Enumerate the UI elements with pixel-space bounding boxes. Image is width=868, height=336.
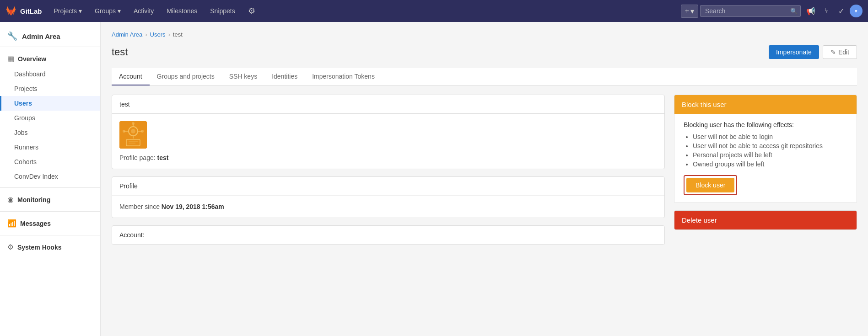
top-navigation: GitLab Projects ▾ Groups ▾ Activity Mile… <box>0 0 868 22</box>
sidebar-item-cohorts[interactable]: Cohorts <box>0 155 100 169</box>
nav-projects[interactable]: Projects ▾ <box>49 5 87 16</box>
sidebar-section-monitoring[interactable]: ◉ Monitoring <box>0 192 100 208</box>
sidebar-item-users[interactable]: Users <box>0 96 100 111</box>
sidebar: 🔧 Admin Area ▦ Overview Dashboard Projec… <box>0 22 101 336</box>
tab-groups-projects[interactable]: Groups and projects <box>150 68 222 85</box>
messages-label: Messages <box>20 220 51 227</box>
block-button-wrapper: Block user <box>684 175 737 195</box>
account-section-header: Account: <box>112 226 664 245</box>
nav-snippets[interactable]: Snippets <box>205 5 239 16</box>
edit-icon: ✎ <box>830 48 836 56</box>
broadcast-icon[interactable]: 📢 <box>803 5 819 17</box>
content-grid: test <box>112 95 857 252</box>
block-effect-4: Owned groups will be left <box>693 160 847 168</box>
overview-icon: ▦ <box>7 54 14 63</box>
main-layout: 🔧 Admin Area ▦ Overview Dashboard Projec… <box>0 22 868 336</box>
avatar-svg <box>119 121 147 149</box>
wrench-icon: 🔧 <box>7 31 17 41</box>
search-wrapper: 🔍 <box>700 5 801 17</box>
profile-page-label: Profile page: test <box>119 154 657 161</box>
nav-milestones[interactable]: Milestones <box>162 5 202 16</box>
merge-request-icon[interactable]: ⑂ <box>821 5 833 17</box>
svg-point-9 <box>132 122 135 125</box>
nav-wrench[interactable]: ⚙ <box>243 4 260 18</box>
profile-section-card: Profile Member since Nov 19, 2018 1:56am <box>112 176 665 218</box>
tab-impersonation-tokens[interactable]: Impersonation Tokens <box>305 68 382 85</box>
tab-identities[interactable]: Identities <box>264 68 305 85</box>
block-user-button[interactable]: Block user <box>686 178 734 192</box>
sidebar-item-projects[interactable]: Projects <box>0 81 100 96</box>
monitoring-icon: ◉ <box>7 195 14 204</box>
gitlab-logo-text: GitLab <box>20 7 42 15</box>
profile-section-body: Member since Nov 19, 2018 1:56am <box>112 196 664 218</box>
search-icon[interactable]: 🔍 <box>790 8 798 15</box>
user-card-body: Profile page: test <box>112 114 664 169</box>
sidebar-header: 🔧 Admin Area <box>0 26 100 47</box>
user-card-header: test <box>112 95 664 114</box>
breadcrumb: Admin Area › Users › test <box>112 31 857 38</box>
block-effect-3: Personal projects will be left <box>693 151 847 159</box>
sidebar-divider-1 <box>0 187 100 188</box>
sidebar-divider-3 <box>0 235 100 235</box>
right-column: Block this user Blocking user has the fo… <box>674 95 857 252</box>
block-effects-title: Blocking user has the following effects: <box>684 121 847 128</box>
block-user-panel: Block this user Blocking user has the fo… <box>674 95 857 203</box>
block-effects-list: User will not be able to login User will… <box>684 133 847 168</box>
block-card-body: Blocking user has the following effects:… <box>674 114 857 203</box>
issues-icon[interactable]: ✓ <box>835 5 848 17</box>
delete-user-panel: Delete user <box>674 210 857 230</box>
breadcrumb-users[interactable]: Users <box>150 31 166 38</box>
chevron-down-icon: ▾ <box>79 7 82 15</box>
chevron-down-icon: ▾ <box>118 7 121 15</box>
chevron-down-icon: ▾ <box>690 7 694 16</box>
block-effect-1: User will not be able to login <box>693 133 847 140</box>
sidebar-item-convdev[interactable]: ConvDev Index <box>0 169 100 184</box>
left-column: test <box>112 95 665 252</box>
tab-account[interactable]: Account <box>112 68 150 85</box>
breadcrumb-sep-1: › <box>145 31 147 38</box>
breadcrumb-current: test <box>173 31 183 38</box>
sidebar-item-groups[interactable]: Groups <box>0 111 100 125</box>
svg-point-2 <box>131 129 135 133</box>
user-avatar[interactable]: ▾ <box>850 5 863 17</box>
monitoring-label: Monitoring <box>17 196 50 203</box>
sidebar-section-overview[interactable]: ▦ Overview <box>0 51 100 67</box>
tabs: Account Groups and projects SSH keys Ide… <box>112 68 857 85</box>
top-nav-right: + ▾ 🔍 📢 ⑂ ✓ ▾ <box>681 5 863 18</box>
profile-section-header: Profile <box>112 177 664 196</box>
block-effect-2: User will not be able to access git repo… <box>693 142 847 149</box>
impersonate-button[interactable]: Impersonate <box>769 45 819 59</box>
sidebar-section-messages[interactable]: 📶 Messages <box>0 215 100 231</box>
svg-point-8 <box>141 130 144 133</box>
page-header-actions: Impersonate ✎ Edit <box>769 45 857 59</box>
nav-activity[interactable]: Activity <box>129 5 158 16</box>
delete-card-header: Delete user <box>674 211 857 229</box>
sidebar-divider-2 <box>0 211 100 212</box>
sidebar-item-dashboard[interactable]: Dashboard <box>0 67 100 81</box>
block-card-header: Block this user <box>674 95 857 114</box>
member-since-field: Member since Nov 19, 2018 1:56am <box>119 203 657 210</box>
messages-icon: 📶 <box>7 219 16 228</box>
breadcrumb-admin[interactable]: Admin Area <box>112 31 142 38</box>
avatar-chevron-icon: ▾ <box>855 8 857 14</box>
sidebar-section-hooks[interactable]: ⚙ System Hooks <box>0 239 100 255</box>
user-avatar-image <box>119 121 147 149</box>
sidebar-item-jobs[interactable]: Jobs <box>0 125 100 140</box>
hooks-label: System Hooks <box>17 244 61 251</box>
plus-icon: + <box>685 7 689 15</box>
hooks-icon: ⚙ <box>7 243 14 251</box>
page-header: test Impersonate ✎ Edit <box>112 45 857 59</box>
svg-point-7 <box>123 130 125 133</box>
user-info-card: test <box>112 95 665 169</box>
search-input[interactable] <box>700 5 801 17</box>
gitlab-logo[interactable]: GitLab <box>5 5 42 16</box>
account-section-card: Account: <box>112 225 665 245</box>
page-title: test <box>112 46 128 58</box>
sidebar-item-runners[interactable]: Runners <box>0 140 100 155</box>
tab-ssh-keys[interactable]: SSH keys <box>222 68 264 85</box>
nav-groups[interactable]: Groups ▾ <box>90 5 125 16</box>
overview-label: Overview <box>18 55 46 63</box>
new-item-button[interactable]: + ▾ <box>681 5 698 18</box>
main-content: Admin Area › Users › test test Impersona… <box>101 22 868 336</box>
edit-button[interactable]: ✎ Edit <box>823 45 857 59</box>
